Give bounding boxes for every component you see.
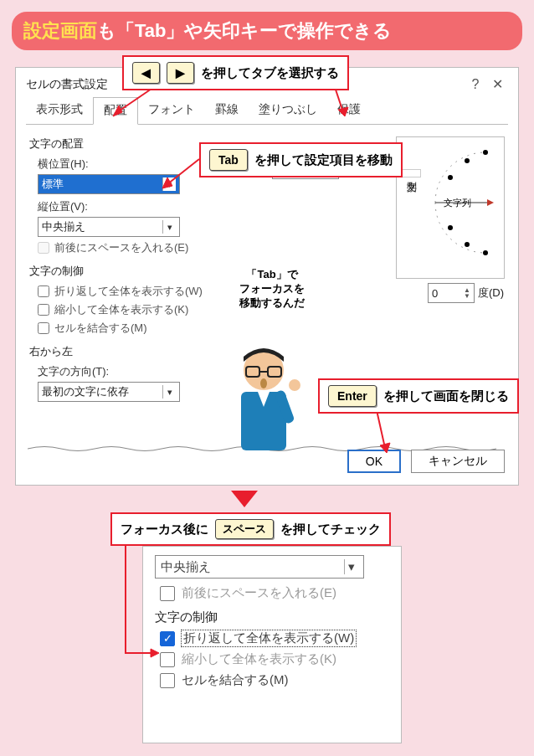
- callout-enterkey-text: を押して画面を閉じる: [383, 388, 509, 404]
- callout-arrowkeys: ◀ ▶ を押してタブを選択する: [122, 55, 349, 90]
- justify-distributed-checkbox-zoom[interactable]: 前後にスペースを入れる(E): [160, 585, 389, 601]
- svg-point-2: [448, 175, 453, 180]
- svg-point-4: [465, 242, 470, 247]
- svg-point-1: [465, 158, 470, 163]
- chevron-down-icon: ▾: [162, 177, 176, 191]
- svg-text:文字列: 文字列: [444, 198, 471, 208]
- merge-cells-checkbox-zoom[interactable]: セルを結合する(M): [160, 672, 389, 688]
- chevron-down-icon: ▾: [162, 385, 176, 399]
- svg-point-0: [483, 150, 488, 155]
- wrap-text-checkbox-zoom[interactable]: ✓ 折り返して全体を表示する(W): [160, 630, 389, 646]
- orientation-dial[interactable]: 文字列: [425, 144, 497, 261]
- vertical-combo-zoom[interactable]: 中央揃え ▾: [155, 555, 364, 579]
- dialog-title: セルの書式設定: [26, 77, 108, 92]
- banner-accent: 設定画面: [23, 20, 97, 41]
- svg-point-5: [483, 250, 488, 255]
- horizontal-combo[interactable]: 標準 ▾: [38, 174, 180, 194]
- justify-distributed-checkbox[interactable]: 前後にスペースを入れる(E): [38, 240, 264, 255]
- tab-strip: 表示形式 配置 フォント 罫線 塗りつぶし 保護: [16, 97, 518, 124]
- shrink-to-fit-checkbox-zoom[interactable]: 縮小して全体を表示する(K): [160, 651, 389, 667]
- vertical-value: 中央揃え: [42, 219, 85, 234]
- vertical-combo[interactable]: 中央揃え ▾: [38, 217, 180, 237]
- svg-point-16: [289, 379, 300, 391]
- tab-number-format[interactable]: 表示形式: [26, 97, 93, 124]
- svg-point-13: [260, 378, 267, 388]
- tab-protection[interactable]: 保護: [327, 97, 371, 124]
- help-button[interactable]: ?: [465, 77, 486, 92]
- callout-arrowkeys-text: を押してタブを選択する: [201, 65, 339, 81]
- vertical-text-button[interactable]: 文字列: [402, 169, 421, 177]
- orientation-box[interactable]: 文字列 文字列 0 ▲▼ 度(D): [396, 136, 505, 279]
- checkbox-icon: [160, 673, 175, 688]
- spinner-icon: ▲▼: [464, 287, 470, 299]
- degrees-row: 0 ▲▼ 度(D): [428, 283, 504, 303]
- tab-key-icon: Tab: [209, 149, 248, 171]
- text-control-group-zoom: 文字の制御: [155, 609, 389, 625]
- callout-spacekey: フォーカス後に スペース を押してチェック: [110, 512, 391, 546]
- banner-rest: も「Tab」や矢印キーで操作できる: [97, 20, 392, 41]
- speech-bubble: 「Tab」で フォーカスを 移動するんだ: [222, 260, 322, 319]
- checkbox-icon: [160, 586, 175, 601]
- headline-banner: 設定画面も「Tab」や矢印キーで操作できる: [12, 12, 522, 50]
- text-direction-combo[interactable]: 最初の文字に依存 ▾: [38, 382, 180, 402]
- merge-cells-checkbox[interactable]: セルを結合する(M): [38, 321, 264, 336]
- tab-border[interactable]: 罫線: [205, 97, 249, 124]
- ok-button[interactable]: OK: [347, 450, 401, 473]
- degrees-spinner[interactable]: 0 ▲▼: [428, 283, 475, 303]
- callout-enterkey: Enter を押して画面を閉じる: [318, 378, 519, 414]
- tab-alignment[interactable]: 配置: [93, 97, 138, 125]
- tab-font[interactable]: フォント: [138, 97, 205, 124]
- svg-point-3: [448, 225, 453, 230]
- left-arrow-key-icon: ◀: [132, 62, 160, 84]
- zoom-panel: 中央揃え ▾ 前後にスペースを入れる(E) 文字の制御 ✓ 折り返して全体を表示…: [142, 546, 402, 743]
- chevron-down-icon: ▾: [162, 220, 176, 234]
- cancel-button[interactable]: キャンセル: [411, 450, 505, 473]
- close-button[interactable]: ✕: [486, 76, 508, 92]
- callout-space-pre: フォーカス後に: [121, 522, 208, 537]
- degrees-value: 0: [432, 287, 438, 300]
- vertical-label: 縦位置(V):: [38, 199, 264, 214]
- callout-tabkey-text: を押して設定項目を移動: [254, 152, 393, 168]
- callout-tabkey: Tab を押して設定項目を移動: [199, 142, 403, 177]
- text-direction-value: 最初の文字に依存: [42, 384, 129, 399]
- right-arrow-key-icon: ▶: [167, 62, 194, 84]
- enter-key-icon: Enter: [328, 385, 377, 407]
- svg-marker-7: [487, 199, 494, 206]
- degrees-label: 度(D): [478, 285, 504, 301]
- character-illustration: [218, 342, 310, 459]
- horizontal-value: 標準: [42, 177, 64, 192]
- checkbox-icon: [160, 652, 175, 667]
- callout-space-post: を押してチェック: [280, 522, 381, 537]
- flow-arrow-down-icon: [231, 491, 258, 507]
- tab-fill[interactable]: 塗りつぶし: [249, 97, 327, 124]
- checkbox-checked-icon: ✓: [160, 631, 175, 646]
- space-key-icon: スペース: [215, 519, 274, 539]
- chevron-down-icon: ▾: [344, 559, 358, 574]
